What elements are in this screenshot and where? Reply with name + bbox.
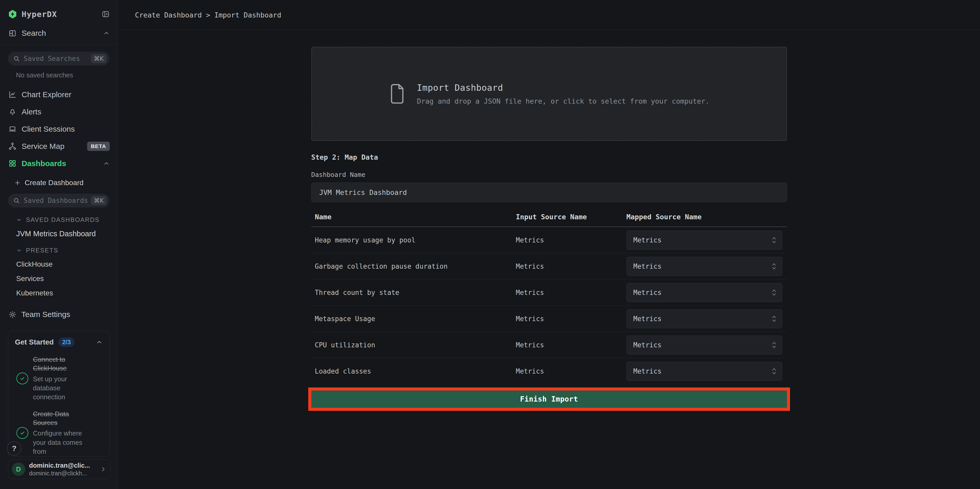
sidebar-item-label: Alerts [22, 107, 41, 116]
dashboard-name-label: Dashboard Name [311, 171, 787, 178]
gear-icon [8, 311, 16, 319]
column-name: Name [315, 213, 516, 221]
select-caret-icon [771, 236, 777, 245]
search-section-label: Search [22, 29, 46, 38]
create-dashboard-button[interactable]: Create Dashboard [14, 179, 118, 187]
select-caret-icon [771, 341, 777, 350]
table-header: Name Input Source Name Mapped Source Nam… [311, 213, 787, 227]
mapping-table: Name Input Source Name Mapped Source Nam… [311, 213, 787, 384]
sidebar-collapse-icon[interactable] [102, 10, 110, 18]
saved-searches-input[interactable]: ⌘K [8, 52, 110, 65]
logo-row: HyperDX [0, 0, 118, 19]
chart-name: Heap memory usage by pool [315, 236, 516, 244]
table-row: Loaded classes Metrics Metrics [311, 358, 787, 384]
input-source: Metrics [516, 341, 627, 349]
table-row: Metaspace Usage Metrics Metrics [311, 306, 787, 332]
step-desc: Set up your database connection [33, 374, 91, 401]
step-create-data-sources[interactable]: Create Data Sources Configure where your… [15, 410, 103, 456]
select-caret-icon [771, 262, 777, 271]
user-email: dominic.tran@clickh... [29, 470, 95, 477]
chart-name: Metaspace Usage [315, 315, 516, 323]
chart-name: Loaded classes [315, 367, 516, 375]
preset-clickhouse[interactable]: ClickHouse [16, 260, 118, 268]
preset-services[interactable]: Services [16, 275, 118, 283]
user-account-button[interactable]: D dominic.tran@clic... dominic.tran@clic… [8, 459, 111, 479]
finish-import-button[interactable]: Finish Import [311, 390, 787, 408]
breadcrumb-bar: Create Dashboard > Import Dashboard [118, 0, 980, 30]
chevron-up-icon [103, 30, 110, 37]
saved-dashboard-jvm-metrics[interactable]: JVM Metrics Dashboard [16, 229, 118, 238]
search-icon [13, 55, 20, 62]
shortcut-badge: ⌘K [91, 196, 107, 205]
group-presets[interactable]: PRESETS [16, 247, 118, 254]
create-dashboard-label: Create Dashboard [25, 179, 84, 187]
group-label: PRESETS [26, 247, 58, 254]
input-source: Metrics [516, 236, 627, 244]
sidebar-item-client-sessions[interactable]: Client Sessions [0, 120, 118, 137]
group-saved-dashboards[interactable]: SAVED DASHBOARDS [16, 216, 118, 223]
mapped-source-select[interactable]: Metrics [627, 336, 782, 355]
step-desc: Configure where your data comes from [33, 429, 91, 456]
saved-searches-field[interactable] [24, 55, 88, 62]
saved-dashboards-input[interactable]: ⌘K [8, 194, 110, 207]
sidebar-item-service-map[interactable]: Service Map BETA [0, 137, 118, 155]
app-title: HyperDX [22, 10, 57, 19]
no-saved-searches-text: No saved searches [16, 71, 118, 79]
mapped-source-select[interactable]: Metrics [627, 231, 782, 250]
chart-name: CPU utilization [315, 341, 516, 349]
dashboards-icon [8, 159, 16, 167]
chevron-down-icon [16, 248, 22, 253]
breadcrumb: Create Dashboard > Import Dashboard [135, 11, 281, 19]
input-source: Metrics [516, 367, 627, 375]
chart-explorer-icon [8, 91, 16, 99]
main-area: Create Dashboard > Import Dashboard Impo… [118, 0, 980, 489]
table-row: CPU utilization Metrics Metrics [311, 332, 787, 358]
group-label: SAVED DASHBOARDS [26, 216, 100, 223]
dropzone-subtitle: Drag and drop a JSON file here, or click… [417, 97, 710, 105]
chevron-up-icon [96, 339, 103, 346]
step-2-heading: Step 2: Map Data [311, 153, 787, 161]
preset-kubernetes[interactable]: Kubernetes [16, 289, 118, 297]
search-section-icon [8, 29, 16, 37]
saved-dashboards-field[interactable] [24, 197, 88, 204]
mapped-source-select[interactable]: Metrics [627, 309, 782, 328]
sidebar-item-label: Dashboards [22, 159, 66, 168]
chevron-right-icon [100, 466, 107, 473]
chevron-down-icon [16, 217, 22, 223]
column-input-source: Input Source Name [516, 213, 627, 221]
select-caret-icon [771, 314, 777, 323]
sidebar: HyperDX Search ⌘K No saved searches [0, 0, 118, 489]
select-caret-icon [771, 366, 777, 376]
select-caret-icon [771, 288, 777, 297]
step-title: Connect to ClickHouse [33, 355, 91, 373]
get-started-title: Get Started [15, 338, 54, 346]
mapped-source-select[interactable]: Metrics [627, 362, 782, 381]
sidebar-item-alerts[interactable]: Alerts [0, 103, 118, 120]
help-button[interactable]: ? [7, 441, 21, 456]
chart-name: Garbage collection pause duration [315, 263, 516, 270]
sidebar-item-chart-explorer[interactable]: Chart Explorer [0, 86, 118, 103]
table-row: Heap memory usage by pool Metrics Metric… [311, 227, 787, 253]
search-icon [13, 197, 20, 204]
check-circle-icon [16, 373, 28, 384]
table-row: Garbage collection pause duration Metric… [311, 253, 787, 279]
mapped-source-select[interactable]: Metrics [627, 283, 782, 302]
chevron-up-icon [103, 160, 110, 167]
input-source: Metrics [516, 263, 627, 270]
input-source: Metrics [516, 289, 627, 296]
sidebar-item-label: Service Map [22, 142, 65, 151]
team-settings-label: Team Settings [21, 310, 70, 319]
sidebar-section-search[interactable]: Search [0, 29, 118, 45]
chart-name: Thread count by state [315, 289, 516, 296]
mapped-source-select[interactable]: Metrics [627, 257, 782, 276]
get-started-steps: Connect to ClickHouse Set up your databa… [15, 355, 103, 457]
step-connect-to-clickhouse[interactable]: Connect to ClickHouse Set up your databa… [15, 355, 103, 401]
sidebar-item-dashboards[interactable]: Dashboards [0, 155, 118, 172]
dashboard-name-input[interactable] [311, 183, 787, 202]
bell-icon [8, 108, 16, 116]
file-dropzone[interactable]: Import Dashboard Drag and drop a JSON fi… [311, 47, 787, 141]
input-source: Metrics [516, 315, 627, 323]
sidebar-item-team-settings[interactable]: Team Settings [8, 310, 118, 319]
get-started-header[interactable]: Get Started 2/3 [15, 337, 103, 347]
beta-badge: BETA [87, 142, 110, 151]
